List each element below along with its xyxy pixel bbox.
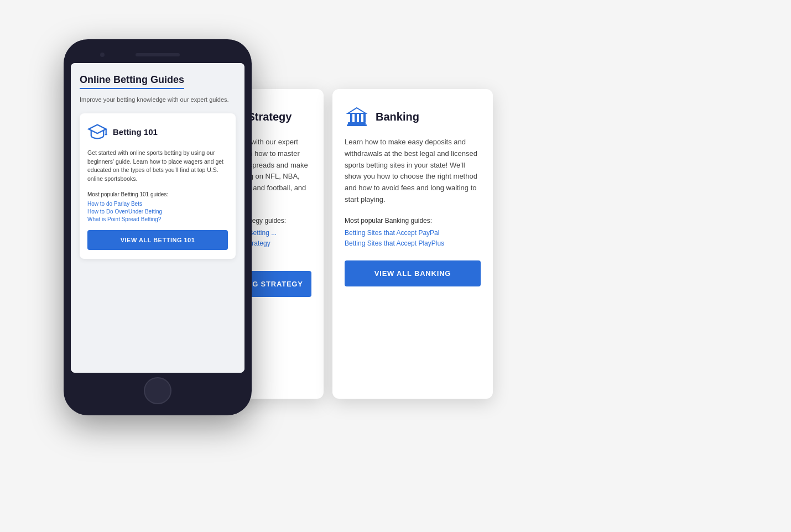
- phone-screen: Online Betting Guides Improve your betti…: [71, 63, 244, 373]
- screen-title: Online Betting Guides: [80, 74, 184, 89]
- bank-icon: [345, 105, 369, 129]
- svg-rect-5: [350, 113, 352, 122]
- phone-speaker: [136, 53, 180, 56]
- screen-card-links: How to do Parlay Bets How to Do Over/Und…: [87, 201, 228, 222]
- banking-link-1[interactable]: Betting Sites that Accept PayPal: [345, 229, 481, 237]
- card-banking-description: Learn how to make easy deposits and with…: [345, 137, 481, 206]
- phone-device: Online Betting Guides Improve your betti…: [64, 39, 252, 415]
- phone-home-button[interactable]: [144, 377, 171, 404]
- card-banking-links: Betting Sites that Accept PayPal Betting…: [345, 229, 481, 247]
- card-banking-popular-label: Most popular Banking guides:: [345, 217, 481, 225]
- screen-betting-101-card: Betting 101 Get started with online spor…: [80, 113, 236, 259]
- view-all-101-button[interactable]: VIEW ALL BETTING 101: [87, 230, 228, 250]
- screen-card-title: Betting 101: [113, 127, 158, 137]
- banking-link-2[interactable]: Betting Sites that Accept PlayPlus: [345, 239, 481, 247]
- card-banking-title: Banking: [376, 111, 419, 123]
- view-all-banking-button[interactable]: VIEW ALL BANKING: [345, 260, 481, 286]
- screen-header: Online Betting Guides Improve your betti…: [80, 74, 236, 104]
- screen-card-popular-label: Most popular Betting 101 guides:: [87, 191, 228, 197]
- svg-marker-4: [348, 108, 366, 113]
- graduation-icon: [87, 122, 107, 142]
- svg-rect-6: [355, 113, 357, 122]
- svg-rect-9: [348, 122, 366, 124]
- svg-rect-10: [347, 124, 367, 126]
- svg-rect-8: [363, 113, 366, 122]
- card-banking-header: Banking: [345, 105, 481, 129]
- phone-camera: [100, 53, 105, 57]
- screen-card-header: Betting 101: [87, 122, 228, 142]
- screen-link-1[interactable]: How to do Parlay Bets: [87, 201, 228, 207]
- card-banking: Banking Learn how to make easy deposits …: [332, 89, 493, 399]
- scene: Betting Strategy Get ahead of the game w…: [64, 23, 727, 509]
- phone-notch-area: [68, 48, 247, 61]
- svg-rect-7: [359, 113, 361, 122]
- screen-link-2[interactable]: How to Do Over/Under Betting: [87, 208, 228, 215]
- screen-link-3[interactable]: What is Point Spread Betting?: [87, 216, 228, 222]
- screen-card-description: Get started with online sports betting b…: [87, 149, 228, 184]
- screen-content: Online Betting Guides Improve your betti…: [71, 63, 244, 373]
- screen-subtitle: Improve your betting knowledge with our …: [80, 96, 236, 104]
